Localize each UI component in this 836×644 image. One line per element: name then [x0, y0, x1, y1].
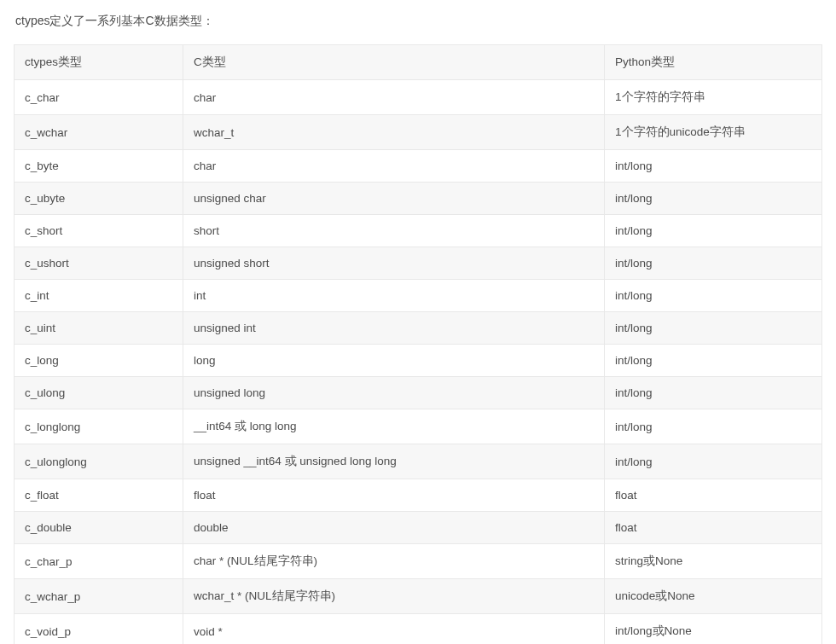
table-row: c_char_pchar * (NUL结尾字符串)string或None	[15, 544, 822, 579]
ctypes-table: ctypes类型 C类型 Python类型 c_charchar1个字符的字符串…	[14, 44, 822, 644]
cell-ctypes-type: c_char_p	[15, 544, 183, 579]
cell-c-type: long	[183, 345, 605, 377]
cell-ctypes-type: c_byte	[15, 150, 183, 183]
table-row: c_floatfloatfloat	[15, 479, 822, 512]
table-row: c_uintunsigned intint/long	[15, 312, 822, 345]
cell-ctypes-type: c_double	[15, 512, 183, 544]
cell-c-type: unsigned long	[183, 377, 605, 409]
cell-ctypes-type: c_short	[15, 215, 183, 247]
cell-python-type: int/long	[605, 280, 822, 312]
cell-c-type: double	[183, 512, 605, 544]
table-row: c_ushortunsigned shortint/long	[15, 247, 822, 280]
table-row: c_shortshortint/long	[15, 215, 822, 247]
cell-python-type: string或None	[605, 544, 822, 579]
cell-ctypes-type: c_ubyte	[15, 183, 183, 215]
cell-ctypes-type: c_ulonglong	[15, 444, 183, 479]
cell-python-type: int/long	[605, 183, 822, 215]
cell-ctypes-type: c_wchar	[15, 115, 183, 150]
table-row: c_wchar_pwchar_t * (NUL结尾字符串)unicode或Non…	[15, 579, 822, 614]
cell-python-type: int/long	[605, 345, 822, 377]
cell-python-type: unicode或None	[605, 579, 822, 614]
cell-c-type: unsigned __int64 或 unsigned long long	[183, 444, 605, 479]
table-row: c_ubyteunsigned charint/long	[15, 183, 822, 215]
table-row: c_ulonglongunsigned __int64 或 unsigned l…	[15, 444, 822, 479]
cell-python-type: int/long或None	[605, 614, 822, 645]
table-header-row: ctypes类型 C类型 Python类型	[15, 45, 822, 80]
table-row: c_ulongunsigned longint/long	[15, 377, 822, 409]
intro-text: ctypes定义了一系列基本C数据类型：	[14, 14, 822, 29]
cell-python-type: float	[605, 512, 822, 544]
cell-ctypes-type: c_ulong	[15, 377, 183, 409]
table-row: c_void_pvoid *int/long或None	[15, 614, 822, 645]
cell-python-type: 1个字符的字符串	[605, 80, 822, 115]
cell-ctypes-type: c_long	[15, 345, 183, 377]
cell-python-type: int/long	[605, 444, 822, 479]
cell-python-type: int/long	[605, 312, 822, 345]
cell-ctypes-type: c_float	[15, 479, 183, 512]
cell-ctypes-type: c_char	[15, 80, 183, 115]
cell-c-type: short	[183, 215, 605, 247]
table-row: c_longlongint/long	[15, 345, 822, 377]
header-python-type: Python类型	[605, 45, 822, 80]
header-ctypes-type: ctypes类型	[15, 45, 183, 80]
cell-python-type: int/long	[605, 247, 822, 280]
table-row: c_bytecharint/long	[15, 150, 822, 183]
cell-ctypes-type: c_void_p	[15, 614, 183, 645]
cell-c-type: unsigned short	[183, 247, 605, 280]
cell-c-type: void *	[183, 614, 605, 645]
cell-c-type: char * (NUL结尾字符串)	[183, 544, 605, 579]
cell-c-type: wchar_t	[183, 115, 605, 150]
cell-ctypes-type: c_int	[15, 280, 183, 312]
cell-ctypes-type: c_longlong	[15, 409, 183, 444]
cell-python-type: int/long	[605, 377, 822, 409]
cell-ctypes-type: c_wchar_p	[15, 579, 183, 614]
cell-python-type: float	[605, 479, 822, 512]
cell-python-type: int/long	[605, 215, 822, 247]
cell-c-type: __int64 或 long long	[183, 409, 605, 444]
table-row: c_charchar1个字符的字符串	[15, 80, 822, 115]
table-row: c_wcharwchar_t1个字符的unicode字符串	[15, 115, 822, 150]
cell-c-type: wchar_t * (NUL结尾字符串)	[183, 579, 605, 614]
cell-c-type: char	[183, 80, 605, 115]
table-row: c_doubledoublefloat	[15, 512, 822, 544]
cell-c-type: char	[183, 150, 605, 183]
cell-c-type: int	[183, 280, 605, 312]
cell-c-type: unsigned int	[183, 312, 605, 345]
cell-python-type: 1个字符的unicode字符串	[605, 115, 822, 150]
cell-python-type: int/long	[605, 409, 822, 444]
table-row: c_longlong__int64 或 long longint/long	[15, 409, 822, 444]
cell-c-type: unsigned char	[183, 183, 605, 215]
header-c-type: C类型	[183, 45, 605, 80]
cell-c-type: float	[183, 479, 605, 512]
table-row: c_intintint/long	[15, 280, 822, 312]
cell-ctypes-type: c_ushort	[15, 247, 183, 280]
cell-ctypes-type: c_uint	[15, 312, 183, 345]
cell-python-type: int/long	[605, 150, 822, 183]
